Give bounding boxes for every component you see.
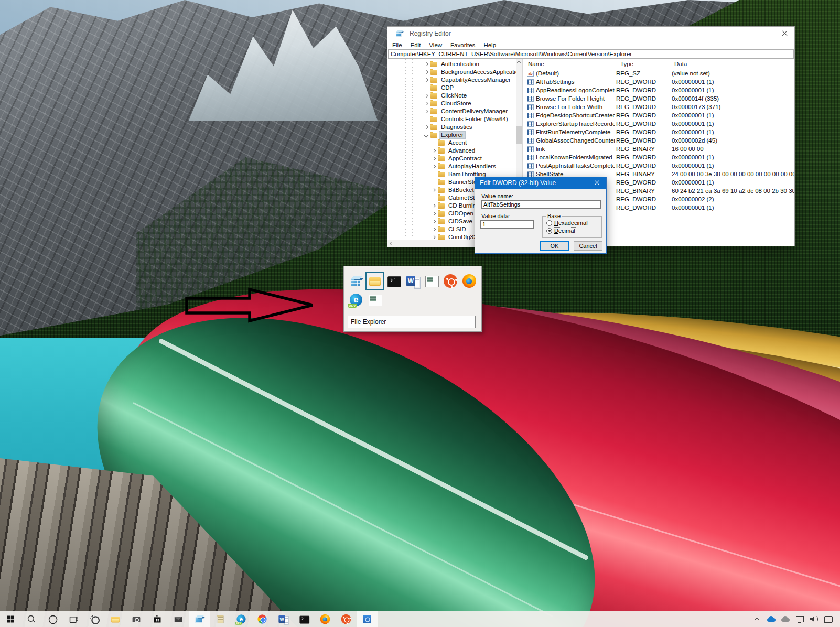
expander-icon[interactable]	[432, 148, 437, 154]
menu-item[interactable]: Help	[483, 42, 496, 48]
ubuntu-icon[interactable]	[336, 611, 357, 627]
tree-item[interactable]: ClickNote	[387, 92, 516, 100]
column-header-name[interactable]: Name	[523, 59, 615, 69]
expander-icon[interactable]	[424, 78, 429, 83]
registry-value-row[interactable]: LocalKnownFoldersMigrated REG_DWORD 0x00…	[523, 153, 794, 161]
edge-dev-icon[interactable]: eDEV	[231, 611, 252, 627]
expander-icon[interactable]	[432, 219, 437, 224]
tree-item[interactable]: CloudStore	[387, 100, 516, 107]
minimize-button[interactable]	[735, 27, 755, 40]
search-icon[interactable]	[21, 611, 42, 627]
dialog-title-bar[interactable]: Edit DWORD (32-bit) Value	[475, 177, 606, 189]
tree-item[interactable]: Authentication	[387, 60, 516, 68]
scroll-left-icon[interactable]	[390, 242, 393, 245]
camera-icon[interactable]	[126, 611, 147, 627]
word-icon[interactable]: W	[273, 611, 294, 627]
registry-editor-icon[interactable]	[347, 272, 365, 290]
app-window-icon[interactable]	[422, 272, 441, 290]
value-name-input[interactable]	[481, 200, 601, 209]
expander-icon[interactable]	[424, 109, 429, 114]
expander-icon[interactable]	[424, 62, 429, 67]
scrollbar-thumb[interactable]	[516, 126, 522, 144]
tree-item[interactable]: Accent	[387, 139, 516, 147]
registry-value-row[interactable]: link REG_BINARY 16 00 00 00	[523, 145, 794, 153]
expander-icon[interactable]	[432, 164, 437, 169]
firefox-icon[interactable]	[460, 272, 479, 290]
volume-icon[interactable]	[806, 611, 821, 627]
menu-item[interactable]: Favorites	[450, 42, 475, 48]
registry-value-row[interactable]: FirstRunTelemetryComplete REG_DWORD 0x00…	[523, 128, 794, 136]
radio-icon[interactable]	[546, 220, 552, 226]
tree-item[interactable]: AppContract	[387, 155, 516, 163]
tray-expand-chevron-icon[interactable]	[750, 611, 764, 627]
registry-value-row[interactable]: ab (Default) REG_SZ (value not set)	[523, 69, 794, 78]
expander-icon[interactable]	[424, 125, 429, 130]
expander-icon[interactable]	[424, 85, 429, 91]
expander-icon[interactable]	[432, 203, 437, 209]
decimal-radio[interactable]: Decimal	[546, 228, 575, 234]
tree-item[interactable]: Advanced	[387, 147, 516, 155]
registry-value-row[interactable]: Browse For Folder Height REG_DWORD 0x000…	[523, 94, 794, 103]
start-button-icon[interactable]	[0, 611, 21, 627]
command-prompt-icon[interactable]	[384, 272, 403, 290]
tree-item[interactable]: Explorer	[387, 131, 516, 139]
firefox-icon[interactable]	[315, 611, 336, 627]
address-input[interactable]	[389, 51, 793, 57]
expander-icon[interactable]	[432, 156, 437, 161]
expander-icon[interactable]	[432, 196, 437, 201]
command-prompt-icon[interactable]	[294, 611, 315, 627]
tree-item[interactable]: ContentDeliveryManager	[387, 107, 516, 115]
column-header-data[interactable]: Data	[669, 59, 794, 69]
tree-item[interactable]: CDP	[387, 84, 516, 92]
expander-icon[interactable]	[432, 211, 437, 217]
expander-icon[interactable]	[432, 188, 437, 193]
file-explorer-icon[interactable]	[105, 611, 126, 627]
title-bar[interactable]: Registry Editor	[387, 27, 794, 40]
word-icon[interactable]: W	[403, 272, 422, 290]
expander-icon[interactable]	[432, 172, 437, 177]
chrome-icon[interactable]	[252, 611, 273, 627]
expander-icon[interactable]	[424, 101, 429, 106]
registry-editor-icon[interactable]	[189, 611, 210, 627]
expander-icon[interactable]	[424, 70, 429, 75]
registry-value-row[interactable]: AppReadinessLogonComplete REG_DWORD 0x00…	[523, 86, 794, 94]
microsoft-store-icon[interactable]	[147, 611, 168, 627]
registry-value-row[interactable]: AltTabSettings REG_DWORD 0x00000001 (1)	[523, 78, 794, 86]
cloud-status-icon[interactable]	[778, 611, 792, 627]
edge-dev-icon[interactable]: eDEV	[347, 290, 365, 309]
registry-value-row[interactable]: Browse For Folder Width REG_DWORD 0x0000…	[523, 103, 794, 111]
tree-item[interactable]: BackgroundAccessApplications	[387, 68, 516, 76]
maximize-button[interactable]	[755, 27, 774, 40]
tree-item[interactable]: AutoplayHandlers	[387, 163, 516, 170]
column-header-type[interactable]: Type	[615, 59, 669, 69]
registry-value-row[interactable]: GlobalAssocChangedCounter REG_DWORD 0x00…	[523, 136, 794, 145]
expander-icon[interactable]	[424, 117, 429, 122]
expander-icon[interactable]	[432, 227, 437, 232]
registry-value-row[interactable]: PostAppInstallTasksCompleted REG_DWORD 0…	[523, 161, 794, 170]
registry-value-row[interactable]: EdgeDesktopShortcutCreated REG_DWORD 0x0…	[523, 111, 794, 120]
expander-icon[interactable]	[432, 140, 437, 146]
task-view-icon[interactable]	[63, 611, 84, 627]
action-center-icon[interactable]	[821, 611, 835, 627]
registry-value-row[interactable]: ExplorerStartupTraceRecorded REG_DWORD 0…	[523, 120, 794, 128]
blue-app-icon[interactable]	[357, 611, 378, 627]
radio-selected-icon[interactable]	[546, 228, 552, 234]
expander-icon[interactable]	[432, 180, 437, 185]
menu-item[interactable]: Edit	[411, 42, 421, 48]
settings-gear-icon[interactable]	[84, 611, 105, 627]
cortana-icon[interactable]	[42, 611, 63, 627]
menu-item[interactable]: View	[429, 42, 442, 48]
file-explorer-icon[interactable]	[365, 272, 384, 290]
mail-icon[interactable]	[168, 611, 189, 627]
close-button[interactable]	[774, 27, 794, 40]
app-window-icon[interactable]	[365, 290, 384, 309]
dialog-close-button[interactable]	[587, 177, 606, 189]
script-file-icon[interactable]	[210, 611, 231, 627]
scroll-up-icon[interactable]	[517, 61, 521, 64]
value-data-input[interactable]	[480, 220, 534, 229]
menu-item[interactable]: File	[392, 42, 402, 48]
ubuntu-icon[interactable]	[441, 272, 460, 290]
expander-icon[interactable]	[424, 93, 429, 99]
onedrive-cloud-icon[interactable]	[764, 611, 778, 627]
expander-icon[interactable]	[424, 133, 429, 138]
